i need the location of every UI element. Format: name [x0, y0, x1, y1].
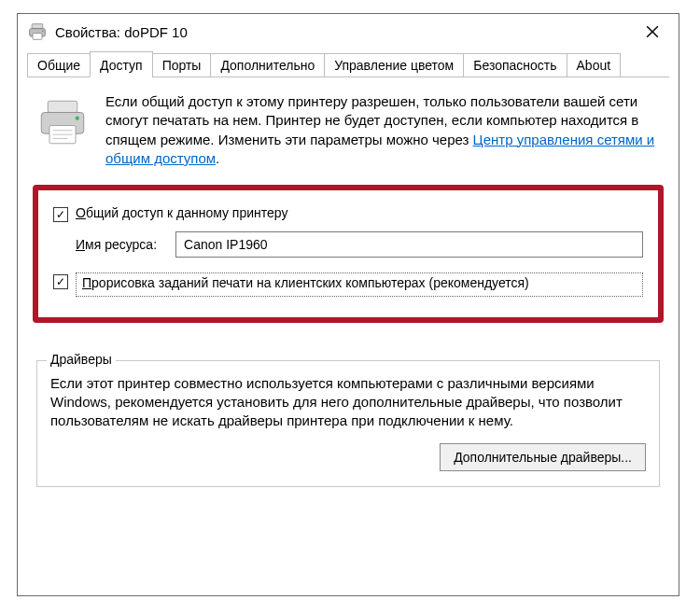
share-printer-label: Общий доступ к данному принтеру: [76, 205, 287, 220]
svg-rect-0: [32, 24, 43, 29]
svg-point-3: [42, 30, 44, 32]
tab-general[interactable]: Общие: [27, 53, 91, 77]
sharing-info-text: Если общий доступ к этому принтеру разре…: [105, 92, 660, 168]
close-button[interactable]: [632, 18, 673, 46]
tab-sharing[interactable]: Доступ: [90, 51, 153, 77]
printer-icon: [36, 96, 89, 148]
svg-rect-2: [33, 34, 42, 40]
share-name-label: Имя ресурса:: [76, 237, 157, 252]
share-name-input[interactable]: [175, 231, 643, 258]
window-title: Свойства: doPDF 10: [55, 24, 632, 40]
tab-advanced[interactable]: Дополнительно: [210, 53, 325, 77]
titlebar: Свойства: doPDF 10: [18, 14, 679, 49]
printer-titlebar-icon: [27, 21, 48, 42]
tab-about[interactable]: About: [567, 53, 622, 77]
render-client-checkbox[interactable]: ✓: [53, 274, 68, 289]
info-text-after: .: [216, 150, 219, 166]
drivers-info-text: Если этот принтер совместно используется…: [50, 374, 646, 431]
close-icon: [646, 25, 659, 38]
additional-drivers-button[interactable]: Дополнительные драйверы...: [440, 443, 646, 471]
svg-point-12: [76, 117, 79, 120]
drivers-group-title: Драйверы: [47, 352, 116, 367]
tab-color-management[interactable]: Управление цветом: [324, 53, 464, 77]
render-client-label: Прорисовка заданий печати на клиентских …: [76, 272, 643, 297]
tabstrip: Общие Доступ Порты Дополнительно Управле…: [18, 49, 679, 77]
drivers-groupbox: Драйверы Если этот принтер совместно исп…: [36, 360, 660, 488]
tab-ports[interactable]: Порты: [152, 53, 212, 77]
tab-page-sharing: Если общий доступ к этому принтеру разре…: [18, 77, 679, 595]
sharing-settings-block: ✓ Общий доступ к данному принтеру Имя ре…: [33, 185, 664, 323]
share-printer-checkbox[interactable]: ✓: [53, 207, 68, 222]
printer-properties-dialog: Свойства: doPDF 10 Общие Доступ Порты До…: [17, 13, 679, 596]
svg-rect-6: [48, 101, 77, 112]
tab-security[interactable]: Безопасность: [463, 53, 567, 77]
